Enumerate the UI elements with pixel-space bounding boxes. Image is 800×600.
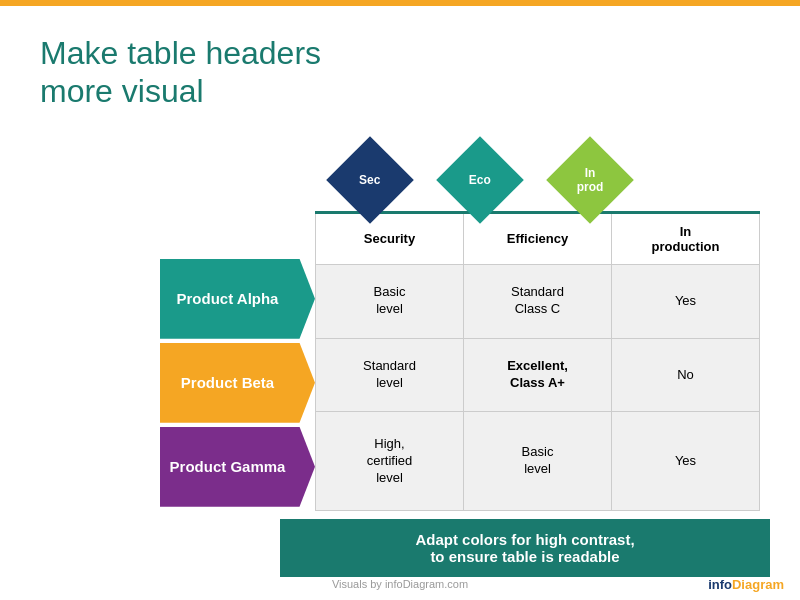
table-row: Basiclevel StandardClass C Yes — [316, 264, 760, 338]
alpha-production: Yes — [612, 264, 760, 338]
page-title: Make table headers more visual — [40, 34, 760, 111]
diamond-production-wrapper: Inprod — [535, 141, 645, 211]
arrow-product-gamma: Product Gamma — [160, 427, 315, 507]
infodiagram-logo: infoDiagram — [708, 577, 784, 592]
footer: Visuals by infoDiagram.com — [0, 578, 800, 590]
product-beta-label: Product Beta — [181, 374, 274, 391]
arrow-product-beta: Product Beta — [160, 343, 315, 423]
bottom-note-text: Adapt colors for high contrast,to ensure… — [415, 531, 634, 565]
col-header-security: Security — [316, 212, 464, 264]
table-row: High,certifiedlevel Basiclevel Yes — [316, 412, 760, 510]
logo-diagram: Diagram — [732, 577, 784, 592]
table-row: Standardlevel Excellent,Class A+ No — [316, 338, 760, 412]
diamond-row: Sec Eco Inprod — [315, 141, 760, 211]
diamond-security-label: Sec — [359, 173, 380, 187]
logo-info: info — [708, 577, 732, 592]
table-wrapper: Product Alpha Product Beta Product Gamma… — [160, 211, 760, 511]
diamond-efficiency-label: Eco — [469, 173, 491, 187]
gamma-efficiency: Basiclevel — [464, 412, 612, 510]
diamond-security-wrapper: Sec — [315, 141, 425, 211]
beta-efficiency: Excellent,Class A+ — [464, 338, 612, 412]
beta-security: Standardlevel — [316, 338, 464, 412]
beta-production: No — [612, 338, 760, 412]
footer-text: Visuals by infoDiagram.com — [332, 578, 468, 590]
table-section: Sec Eco Inprod Product Alpha — [160, 141, 760, 577]
product-alpha-label: Product Alpha — [177, 290, 279, 307]
alpha-efficiency: StandardClass C — [464, 264, 612, 338]
page-content: Make table headers more visual Sec Eco I… — [0, 6, 800, 597]
diamond-efficiency-wrapper: Eco — [425, 141, 535, 211]
col-header-production: Inproduction — [612, 212, 760, 264]
arrow-product-alpha: Product Alpha — [160, 259, 315, 339]
row-labels: Product Alpha Product Beta Product Gamma — [160, 259, 315, 511]
product-gamma-label: Product Gamma — [170, 458, 286, 475]
gamma-security: High,certifiedlevel — [316, 412, 464, 510]
bottom-note: Adapt colors for high contrast,to ensure… — [280, 519, 770, 577]
data-table: Security Efficiency Inproduction Basicle… — [315, 211, 760, 511]
table-header-row: Security Efficiency Inproduction — [316, 212, 760, 264]
alpha-security: Basiclevel — [316, 264, 464, 338]
gamma-production: Yes — [612, 412, 760, 510]
diamond-production-label: Inprod — [577, 165, 604, 194]
